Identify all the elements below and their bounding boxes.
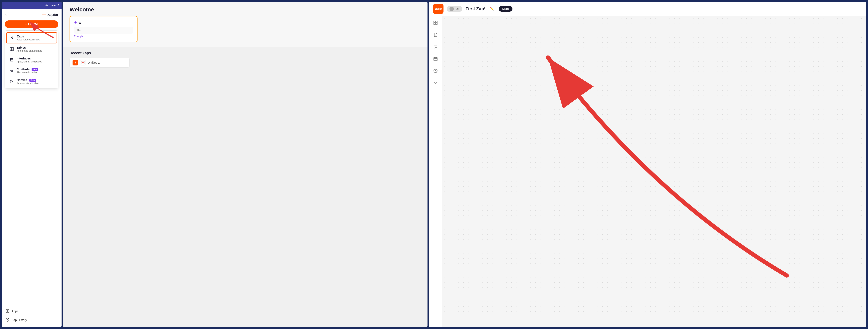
svg-rect-6	[10, 58, 13, 60]
menu-item-chatbots[interactable]: Chatbots Beta AI-powered chatbot	[6, 65, 57, 76]
svg-rect-16	[434, 21, 435, 23]
apps-icon	[6, 309, 9, 313]
chatbots-title: Chatbots Beta	[17, 67, 54, 71]
menu-item-tables[interactable]: Tables Automated data storage	[6, 44, 57, 54]
zap-item-icon-zapier	[72, 60, 78, 65]
toggle-switch[interactable]: Off	[447, 6, 462, 12]
menu-item-interfaces[interactable]: Interfaces Apps, forms, and pages	[6, 55, 57, 65]
svg-rect-22	[434, 57, 437, 61]
right-header: zapier Off First Zap! ✏️ Draft	[429, 2, 866, 16]
sidebar-icon-calendar[interactable]	[432, 55, 439, 62]
toggle-label: Off	[456, 7, 460, 10]
svg-rect-7	[10, 69, 12, 71]
create-button[interactable]: + Create	[5, 20, 58, 28]
welcome-ai-card: ✦ W The r Example	[69, 16, 137, 42]
zaps-subtitle: Automated workflows	[17, 38, 54, 41]
zap-item-name: Untitled Z	[88, 61, 100, 64]
notification-text: You have 13	[45, 4, 59, 7]
sidebar-item-zap-history[interactable]: Zap History	[5, 316, 58, 324]
tables-subtitle: Automated data storage	[17, 49, 54, 52]
main-center-area: Welcome ✦ W The r Example Recent Zaps	[63, 2, 428, 327]
zapier-logo-text: zapier	[435, 7, 442, 10]
chatbots-content: Chatbots Beta AI-powered chatbot	[17, 67, 54, 74]
interfaces-content: Interfaces Apps, forms, and pages	[17, 57, 54, 63]
example-text: Example	[74, 35, 133, 38]
svg-rect-15	[81, 61, 85, 64]
canvas-icon	[9, 79, 14, 84]
diamond-icon: ✦	[74, 20, 77, 25]
logo-text: zapier	[48, 12, 58, 17]
welcome-title: Welcome	[69, 6, 421, 13]
interfaces-subtitle: Apps, forms, and pages	[17, 60, 54, 63]
apps-label: Apps	[11, 309, 19, 313]
canvas-subtitle: Process visualization	[17, 82, 54, 85]
chatbots-beta-badge: Beta	[32, 68, 38, 71]
menu-item-zaps[interactable]: Zaps Automated workflows	[6, 32, 57, 44]
zaps-content: Zaps Automated workflows	[17, 35, 54, 41]
svg-rect-3	[10, 49, 11, 51]
arrow-annotation-right	[442, 16, 866, 327]
svg-marker-14	[74, 61, 76, 64]
svg-rect-1	[10, 48, 11, 49]
main-content: Welcome ✦ W The r Example Recent Zaps	[63, 2, 428, 327]
chatbots-icon	[9, 68, 14, 74]
tables-title: Tables	[17, 46, 54, 49]
ai-input-box[interactable]: The r	[74, 27, 133, 33]
interfaces-title: Interfaces	[17, 57, 54, 60]
toggle-circle	[450, 7, 454, 11]
svg-rect-4	[12, 49, 13, 51]
sidebar-icon-chat[interactable]	[432, 43, 439, 50]
create-dropdown-menu: Zaps Automated workflows Tables Automa	[5, 30, 58, 88]
ai-label: W	[79, 21, 81, 24]
logo-row: × — zapier	[5, 12, 58, 17]
canvas-title: Canvas Beta	[17, 78, 54, 82]
svg-rect-17	[436, 21, 437, 23]
zap-history-icon	[6, 318, 9, 322]
left-panel: You have 13 × — zapier + Create Z	[2, 2, 62, 327]
svg-rect-19	[436, 23, 437, 25]
logo-dash-icon: —	[42, 12, 46, 17]
interfaces-icon	[9, 57, 14, 63]
chatbots-subtitle: AI-powered chatbot	[17, 71, 54, 74]
zap-history-label: Zap History	[11, 318, 27, 322]
menu-item-canvas[interactable]: Canvas Beta Process visualization	[6, 76, 57, 87]
svg-rect-9	[8, 309, 9, 311]
sidebar-bottom-nav: Apps Zap History	[5, 305, 58, 324]
sidebar-item-apps[interactable]: Apps	[5, 307, 58, 316]
svg-rect-2	[12, 48, 13, 49]
sidebar-icon-file[interactable]	[432, 31, 439, 38]
right-body	[429, 16, 866, 327]
ai-row: ✦ W	[74, 20, 133, 25]
canvas-content: Canvas Beta Process visualization	[17, 78, 54, 85]
svg-rect-11	[8, 311, 9, 312]
right-panel: zapier Off First Zap! ✏️ Draft	[429, 2, 866, 327]
right-sidebar-icons	[429, 16, 442, 327]
svg-rect-8	[6, 309, 7, 311]
svg-rect-10	[6, 311, 7, 312]
recent-zaps-title: Recent Zaps	[69, 51, 421, 55]
svg-rect-18	[434, 23, 435, 25]
svg-rect-5	[10, 58, 13, 61]
welcome-section: Welcome ✦ W The r Example	[63, 2, 428, 47]
recent-zap-item[interactable]: Untitled Z	[69, 58, 129, 67]
sidebar-icon-wave[interactable]	[432, 79, 439, 86]
tables-content: Tables Automated data storage	[17, 46, 54, 52]
edit-pencil-icon[interactable]: ✏️	[490, 7, 494, 10]
zapier-logo: — zapier	[42, 12, 58, 17]
zaps-title: Zaps	[17, 35, 54, 38]
sidebar-icon-clock[interactable]	[432, 67, 439, 75]
canvas-beta-badge: Beta	[29, 79, 36, 82]
sidebar-icon-grid[interactable]	[432, 19, 439, 26]
zap-title: First Zap!	[465, 6, 486, 11]
top-notification-bar: You have 13	[2, 2, 62, 9]
zap-item-icon-gmail	[80, 60, 86, 65]
recent-zaps-section: Recent Zaps Untitled Z	[63, 47, 428, 72]
zapier-orange-logo: zapier	[433, 4, 443, 14]
close-button[interactable]: ×	[5, 13, 7, 17]
draft-badge: Draft	[499, 6, 513, 11]
left-content-area: × — zapier + Create Zaps Automated workf…	[2, 9, 62, 327]
zaps-icon	[9, 35, 15, 40]
canvas-area	[442, 16, 866, 327]
tables-icon	[9, 46, 14, 52]
svg-marker-0	[11, 36, 13, 39]
